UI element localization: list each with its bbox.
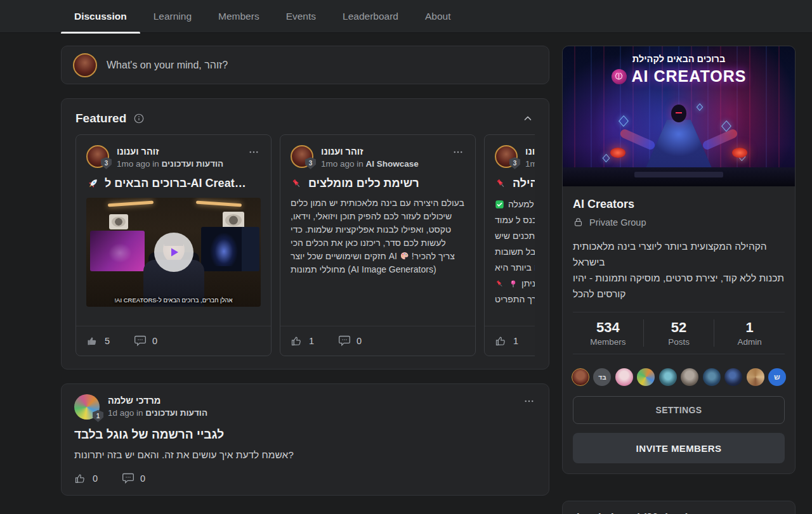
- level-badge: 3: [101, 157, 112, 169]
- like-button[interactable]: 0: [74, 472, 98, 485]
- like-count: 1: [513, 336, 518, 346]
- author-name[interactable]: מרדכי שלמה: [108, 394, 514, 407]
- stat-value: 534: [573, 319, 643, 336]
- body-line: ניתן: [521, 276, 535, 292]
- member-avatar[interactable]: [681, 368, 698, 386]
- collapse-chevron-up-icon[interactable]: [521, 112, 535, 125]
- card-menu-dots-icon[interactable]: [451, 145, 465, 159]
- card-title: רשימת כלים מומלצים: [291, 177, 465, 190]
- post-menu-dots-icon[interactable]: [522, 394, 536, 408]
- post-category[interactable]: הודעות ועדכונים: [162, 159, 224, 169]
- member-avatar[interactable]: [747, 368, 764, 386]
- play-button-icon[interactable]: [154, 233, 193, 272]
- video-thumbnail[interactable]: אהלן חברים, ברוכים הבאים ל-AI CREATORS!: [86, 198, 261, 307]
- like-button[interactable]: 5: [86, 335, 110, 347]
- like-count: 1: [309, 336, 314, 346]
- feed-post[interactable]: 1 מרדכי שלמה 1d ago in הודעות ועדכונים ל…: [61, 383, 549, 496]
- tab-leaderboard-label: Leaderboard: [343, 11, 398, 22]
- tab-members[interactable]: Members: [205, 0, 273, 33]
- tab-learning[interactable]: Learning: [140, 0, 205, 33]
- post-body: אשמח לדעת איך עושים את זה. והאם יש בזה י…: [74, 449, 536, 461]
- post-category[interactable]: הודעות ועדכונים: [145, 408, 207, 418]
- stat-admins[interactable]: 1 Admin: [714, 319, 785, 347]
- level-badge: 3: [509, 157, 520, 169]
- stat-value: 1: [714, 319, 785, 336]
- post-meta: 1mo ago in הודעות ועדכונים: [117, 158, 239, 170]
- card-body: בעולם היצירה עם בינה מלאכותית יש המון כל…: [291, 196, 465, 276]
- video-caption: אהלן חברים, ברוכים הבאים ל-AI CREATORS!: [86, 297, 261, 304]
- body-line: למעלה ?: [508, 196, 535, 212]
- studio-light: [196, 200, 242, 207]
- featured-card-welcome[interactable]: 3 זוהר וענונו 1mo ago in הודעות ועדכונים…: [75, 134, 272, 356]
- tab-leaderboard[interactable]: Leaderboard: [329, 0, 412, 33]
- post-title[interactable]: לגביי הרשמה של גוגל בלבד: [74, 428, 536, 442]
- settings-button[interactable]: SETTINGS: [573, 396, 785, 424]
- author-avatar[interactable]: 3: [291, 145, 313, 168]
- card-title-text: קהילה: [513, 177, 535, 190]
- stat-posts[interactable]: 52 Posts: [643, 319, 714, 347]
- comment-count: 0: [152, 336, 157, 346]
- body-line: היכנס ל עמוד: [495, 212, 535, 228]
- tab-about-label: About: [425, 11, 451, 22]
- lock-icon: [573, 217, 584, 228]
- featured-header: Featured: [75, 112, 535, 125]
- comment-button[interactable]: 0: [134, 335, 157, 347]
- member-avatar[interactable]: [724, 368, 742, 386]
- tab-about[interactable]: About: [412, 0, 464, 33]
- post-category[interactable]: AI Showcase: [366, 159, 419, 169]
- featured-card-community[interactable]: 3 זוהר וענונו 1mo ago in הודעות ועדכונים…: [484, 134, 535, 356]
- member-avatar-initials[interactable]: ש: [768, 368, 786, 386]
- speaker: [109, 214, 128, 229]
- leaderboard-title: Leaderboard (30-days): [577, 511, 781, 514]
- member-avatar[interactable]: [703, 368, 721, 386]
- card-title-text: רשימת כלים מומלצים: [308, 177, 419, 190]
- invite-members-button[interactable]: INVITE MEMBERS: [573, 433, 785, 463]
- author-name[interactable]: זוהר וענונו: [525, 145, 535, 158]
- post-time: 1mo ago in: [117, 159, 159, 169]
- composer-prompt: What's on your mind, זוהר?: [107, 60, 228, 71]
- card-menu-dots-icon[interactable]: [247, 145, 261, 159]
- check-icon: [495, 200, 504, 209]
- body-text: מחוללי תמונות (AI Image Generators): [291, 264, 436, 274]
- tab-events[interactable]: Events: [273, 0, 329, 33]
- description-line: הקהילה המקצועית ביותר ליוצרי בינה מלאכות…: [573, 238, 785, 270]
- member-avatars-row: בד ש: [563, 359, 795, 395]
- card-title: ברוכים הבאים ל-AI Creat…: [86, 177, 261, 190]
- group-banner-image[interactable]: ברוכים הבאים לקהילת AI CREATORS: [563, 46, 795, 186]
- member-avatar[interactable]: [637, 368, 655, 386]
- comment-count: 0: [140, 473, 145, 484]
- level-badge: 3: [305, 157, 316, 169]
- member-avatar[interactable]: [659, 368, 677, 386]
- comment-button[interactable]: 0: [338, 335, 362, 347]
- like-button[interactable]: 1: [495, 335, 518, 347]
- featured-card-tools[interactable]: 3 זוהר וענונו 1mo ago in AI Showcase רשי…: [280, 134, 476, 356]
- post-time: 1d ago in: [108, 408, 143, 418]
- comment-button[interactable]: 0: [122, 472, 145, 485]
- card-title: קהילה: [495, 177, 535, 190]
- banner-welcome-text: ברוכים הבאים לקהילת: [563, 54, 795, 64]
- author-avatar[interactable]: 3: [495, 145, 518, 168]
- author-name[interactable]: זוהר וענונו: [321, 145, 443, 158]
- group-description: הקהילה המקצועית ביותר ליוצרי בינה מלאכות…: [573, 238, 785, 302]
- palette-icon: [400, 251, 409, 260]
- author-avatar[interactable]: 1: [74, 394, 100, 420]
- stat-value: 52: [644, 319, 714, 336]
- like-button[interactable]: 1: [291, 335, 314, 347]
- stat-label: Members: [573, 337, 643, 347]
- member-avatar-initials[interactable]: בד: [593, 368, 611, 386]
- post-composer[interactable]: What's on your mind, זוהר?: [61, 46, 549, 84]
- stat-members[interactable]: 534 Members: [573, 319, 643, 347]
- info-icon[interactable]: [132, 112, 146, 125]
- level-badge: 1: [93, 410, 103, 422]
- speaker: [223, 212, 244, 229]
- member-avatar[interactable]: [572, 368, 589, 386]
- group-card: ברוכים הבאים לקהילת AI CREATORS AI Creat…: [562, 46, 796, 474]
- member-avatar[interactable]: [615, 368, 633, 386]
- figure-hand: [732, 148, 747, 158]
- author-name[interactable]: זוהר וענונו: [117, 145, 239, 158]
- tab-discussion[interactable]: Discussion: [61, 0, 140, 33]
- tab-discussion-label: Discussion: [74, 11, 127, 22]
- post-time: 1mo ago in: [525, 159, 535, 169]
- nav-tabs: Discussion Learning Members Events Leade…: [61, 0, 812, 33]
- author-avatar[interactable]: 3: [86, 145, 109, 168]
